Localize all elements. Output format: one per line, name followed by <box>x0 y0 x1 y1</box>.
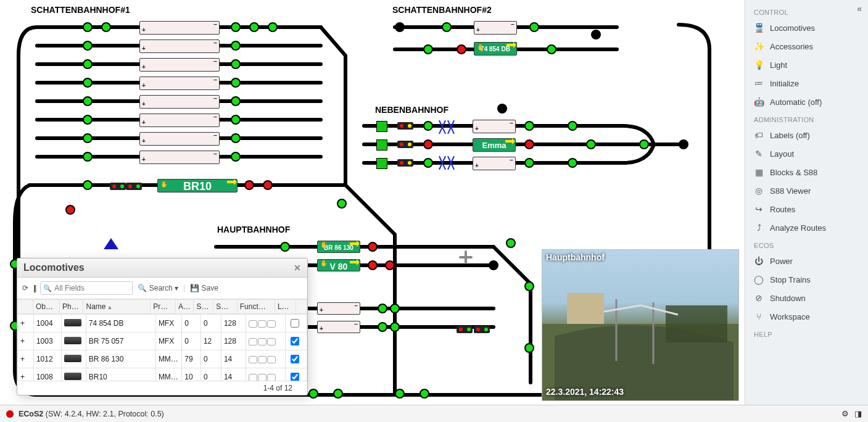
block-signal[interactable] <box>397 141 413 148</box>
switch-indicator[interactable] <box>524 343 534 353</box>
switch-indicator[interactable] <box>390 322 400 332</box>
switch-indicator[interactable] <box>231 78 241 88</box>
crossing-signal-icon[interactable] <box>448 120 454 134</box>
switch-indicator[interactable] <box>249 22 259 32</box>
switch-indicator[interactable] <box>639 139 649 149</box>
collapse-sidebar-icon[interactable]: « <box>857 4 862 14</box>
table-row[interactable]: +100474 854 DBMFX00128 <box>18 315 307 333</box>
block-signal[interactable] <box>126 183 142 190</box>
settings-gear-icon[interactable]: ⚙ <box>841 410 849 418</box>
switch-indicator[interactable] <box>337 199 347 209</box>
switch-indicator[interactable] <box>506 238 516 248</box>
block-v80[interactable]: ✋ V 80 <box>317 259 360 271</box>
table-header-row[interactable]: Ob… Ph… Name▲ Pr… A… S… S… Funct… Lo… <box>18 300 307 314</box>
switch-indicator[interactable] <box>65 205 75 215</box>
switch-indicator[interactable] <box>568 121 577 131</box>
search-button[interactable]: 🔍 Search ▾ <box>138 284 178 292</box>
switch-indicator[interactable] <box>442 22 452 32</box>
sidebar-item-blocks[interactable]: ▦Blocks & S88 <box>745 163 868 181</box>
block-signal[interactable] <box>397 159 413 167</box>
block-signal[interactable] <box>457 326 473 333</box>
sidebar-item-automatic[interactable]: 🤖Automatic (off) <box>745 93 868 111</box>
close-icon[interactable]: ✕ <box>294 263 301 273</box>
table-row[interactable]: +1003BR 75 057MFX012128 <box>18 333 307 350</box>
sidebar-item-analyze[interactable]: ⤴Analyze Routes <box>745 218 868 237</box>
camera-panel[interactable]: Hauptbahnhof 22.3.2021, 14:22:43 <box>542 249 739 401</box>
sidebar-item-initialize[interactable]: ≔Initialize <box>745 74 868 93</box>
switch-indicator[interactable] <box>423 139 433 149</box>
switch-indicator[interactable] <box>524 158 534 168</box>
block-emma[interactable]: Emma <box>473 138 516 152</box>
switch-indicator[interactable] <box>395 389 405 399</box>
block-signal[interactable] <box>474 326 490 333</box>
end-stop-icon[interactable] <box>376 158 387 169</box>
cell-locked[interactable] <box>285 350 307 368</box>
switch-indicator[interactable] <box>547 44 556 54</box>
save-button[interactable]: 💾 Save <box>190 284 218 292</box>
switch-indicator[interactable] <box>280 242 290 252</box>
switch-indicator[interactable] <box>263 180 273 190</box>
block-s2-1[interactable]: +− <box>474 21 517 35</box>
switch-indicator[interactable] <box>457 44 466 54</box>
cell-functions[interactable] <box>246 350 285 368</box>
sidebar-item-labels[interactable]: 🏷Labels (off) <box>745 126 868 144</box>
switch-indicator[interactable] <box>83 152 93 162</box>
block-s1-6[interactable]: +− <box>139 114 220 127</box>
switch-indicator[interactable] <box>529 22 539 32</box>
locked-checkbox[interactable] <box>291 355 299 363</box>
switch-indicator[interactable] <box>368 242 378 252</box>
block-signal[interactable] <box>397 122 413 130</box>
crossing-signal-icon[interactable] <box>439 120 445 134</box>
switch-indicator[interactable] <box>231 22 241 32</box>
table-row[interactable]: +1012BR 86 130MM…79014 <box>18 350 307 368</box>
block-s1-8[interactable]: +− <box>139 151 220 164</box>
block-s1-2[interactable]: +− <box>139 39 220 53</box>
switch-indicator[interactable] <box>83 41 93 51</box>
cell-locked[interactable] <box>285 315 307 333</box>
sidebar-item-power[interactable]: ⏻Power <box>745 252 868 270</box>
switch-indicator[interactable] <box>83 115 93 125</box>
switch-indicator[interactable] <box>231 152 241 162</box>
sidebar-item-shutdown[interactable]: ⊘Shutdown <box>745 289 868 307</box>
switch-indicator[interactable] <box>378 322 387 332</box>
switch-indicator[interactable] <box>231 96 241 106</box>
switch-indicator[interactable] <box>83 180 93 190</box>
cell-functions[interactable] <box>246 368 285 381</box>
switch-indicator[interactable] <box>308 389 318 399</box>
switch-indicator[interactable] <box>420 389 429 399</box>
block-hb-4[interactable]: +− <box>317 321 360 333</box>
sidebar-item-accessories[interactable]: ✨Accessories <box>745 37 868 56</box>
switch-indicator[interactable] <box>390 304 400 313</box>
switch-indicator[interactable] <box>368 260 378 270</box>
columns-icon[interactable]: ||| <box>33 284 35 292</box>
block-nb-3[interactable]: +− <box>473 157 516 170</box>
block-s1-4[interactable]: +− <box>139 77 220 90</box>
block-s1-7[interactable]: +− <box>139 132 220 146</box>
expand-button[interactable]: + <box>18 315 34 333</box>
locked-checkbox[interactable] <box>291 373 299 381</box>
cell-locked[interactable] <box>285 333 307 350</box>
cell-locked[interactable] <box>285 368 307 381</box>
level-crossing-icon[interactable] <box>460 252 471 263</box>
switch-indicator[interactable] <box>101 22 111 32</box>
block-s1-1[interactable]: +− <box>139 21 220 35</box>
sidebar-item-light[interactable]: 💡Light <box>745 56 868 74</box>
switch-indicator[interactable] <box>423 158 433 168</box>
sidebar-item-stoptrains[interactable]: ◯Stop Trains <box>745 270 868 289</box>
block-hb-3[interactable]: +− <box>317 302 360 315</box>
block-s1-3[interactable]: +− <box>139 58 220 72</box>
block-signal[interactable] <box>110 183 126 190</box>
switch-indicator[interactable] <box>333 389 343 399</box>
block-br10[interactable]: ✋ BR10 <box>157 179 238 192</box>
switch-indicator[interactable] <box>83 78 93 88</box>
switch-indicator[interactable] <box>423 44 433 54</box>
switch-indicator[interactable] <box>378 304 387 313</box>
cell-functions[interactable] <box>246 315 285 333</box>
switch-indicator[interactable] <box>524 281 534 291</box>
switch-indicator[interactable] <box>268 22 278 32</box>
switch-indicator[interactable] <box>231 133 241 143</box>
locomotives-window[interactable]: Locomotives ✕ ⟳ ||| 🔍 🔍 Search ▾ | 💾 Sav… <box>17 258 308 395</box>
block-db74[interactable]: ✋ 74 854 DB <box>474 42 517 56</box>
sidebar-item-workspace[interactable]: ⑂Workspace <box>745 307 868 326</box>
sidebar-item-layout[interactable]: ✎Layout <box>745 144 868 163</box>
